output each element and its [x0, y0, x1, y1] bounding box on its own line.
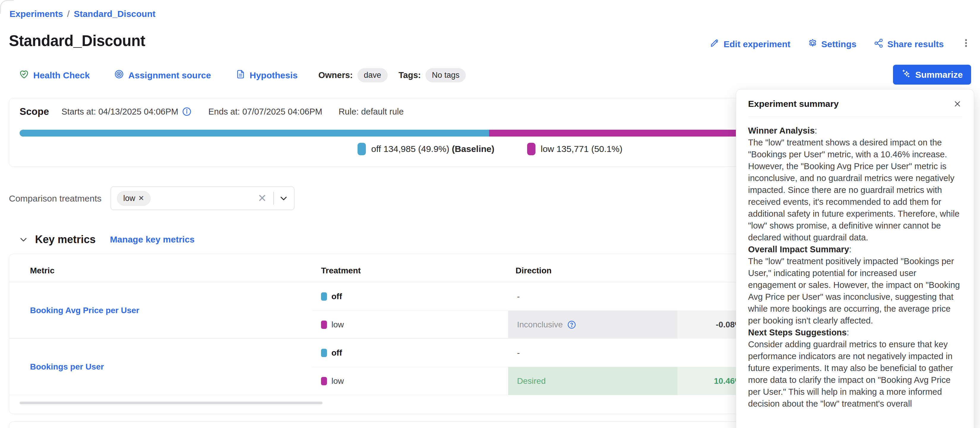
summary-section-text: Consider adding guardrail metrics to ens… [748, 338, 962, 410]
summary-section-text: The "low" treatment shows a desired impa… [748, 136, 962, 243]
direction-cell: Inconclusive [508, 311, 678, 339]
low-color-swatch [321, 320, 327, 329]
owner-chip[interactable]: dave [358, 68, 388, 82]
settings-label: Settings [821, 39, 856, 49]
allocation-segment-off [20, 130, 489, 136]
summary-panel-header: Experiment summary [736, 89, 974, 109]
legend-item-low: low 135,771 (50.1%) [527, 143, 622, 155]
off-color-swatch [321, 292, 327, 301]
key-metrics-header: Key metrics Manage key metrics [19, 233, 194, 246]
header-actions: Edit experiment Settings Share results [710, 38, 971, 50]
chip-remove-icon[interactable]: ✕ [138, 195, 144, 202]
col-header-direction: Direction [515, 266, 552, 276]
pencil-icon [710, 38, 719, 50]
owners-group: Owners: dave [318, 68, 388, 82]
summary-section-heading: Next Steps Suggestions [748, 328, 847, 337]
document-icon [235, 69, 246, 81]
experiment-page: Experiments / Standard_Discount Standard… [0, 0, 980, 428]
treatment-name: low [331, 376, 344, 386]
comparison-treatments-label: Comparison treatments [9, 193, 102, 204]
sparkles-icon [901, 69, 911, 81]
more-options-button[interactable] [961, 38, 971, 50]
share-results-label: Share results [887, 39, 944, 49]
owners-label: Owners: [318, 70, 353, 80]
summary-section-heading: Winner Analysis [748, 126, 815, 135]
scope-ends-at: Ends at: 07/07/2025 04:06PM [208, 107, 322, 117]
scope-title: Scope [20, 106, 49, 117]
close-icon[interactable] [953, 100, 962, 108]
treatment-cell: low [321, 367, 344, 395]
tab-assignment-source[interactable]: Assignment source [114, 69, 211, 81]
summary-section: Next Steps Suggestions: Consider adding … [748, 327, 962, 410]
treatment-name: off [331, 292, 342, 301]
collapse-chevron-icon[interactable] [19, 235, 28, 244]
heart-check-icon [19, 69, 29, 81]
bullseye-icon [114, 69, 124, 81]
experiment-summary-panel: Experiment summary Winner Analysis: The … [736, 89, 974, 428]
scope-rule: Rule: default rule [339, 107, 404, 117]
info-icon[interactable] [182, 106, 192, 117]
legend-off-label: off 134,985 (49.9%) (Baseline) [371, 144, 495, 154]
summary-panel-body: Winner Analysis: The "low" treatment sho… [736, 117, 974, 410]
low-color-swatch [321, 377, 327, 385]
treatment-name: off [331, 348, 342, 358]
tags-chip[interactable]: No tags [426, 68, 466, 82]
share-results-button[interactable]: Share results [874, 38, 944, 50]
summary-panel-title: Experiment summary [748, 99, 838, 109]
select-clear-icon[interactable]: ✕ [256, 193, 268, 204]
manage-key-metrics-link[interactable]: Manage key metrics [110, 235, 194, 244]
summary-section-text: The "low" treatment positively impacted … [748, 255, 962, 327]
edit-experiment-label: Edit experiment [724, 39, 790, 49]
tab-assignment-source-label: Assignment source [128, 70, 211, 81]
legend-low-label: low 135,771 (50.1%) [541, 144, 622, 154]
question-circle-icon[interactable] [567, 320, 576, 330]
treatment-name: low [331, 320, 344, 330]
col-header-treatment: Treatment [321, 266, 361, 276]
legend-item-off: off 134,985 (49.9%) (Baseline) [358, 143, 495, 155]
chevron-down-icon[interactable] [279, 194, 288, 203]
summarize-button[interactable]: Summarize [893, 65, 971, 85]
breadcrumb: Experiments / Standard_Discount [10, 9, 155, 19]
key-metrics-title: Key metrics [35, 233, 95, 246]
breadcrumb-experiments-link[interactable]: Experiments [10, 9, 63, 19]
off-color-swatch [321, 349, 327, 357]
tab-health-check-label: Health Check [33, 70, 90, 81]
page-title: Standard_Discount [9, 32, 145, 49]
summary-section-heading: Overall Impact Summary [748, 244, 849, 254]
kebab-icon [961, 38, 971, 50]
summary-section: Overall Impact Summary: The "low" treatm… [748, 243, 962, 327]
scope-starts-at: Starts at: 04/13/2025 04:06PM [62, 107, 178, 117]
gear-icon [808, 38, 818, 50]
direction-cell: - [508, 282, 678, 311]
scope-header: Scope Starts at: 04/13/2025 04:06PM Ends… [20, 106, 404, 117]
breadcrumb-current-link[interactable]: Standard_Discount [74, 9, 155, 19]
breadcrumb-separator: / [67, 9, 70, 19]
treatment-cell: low [321, 311, 344, 339]
comparison-treatments-select[interactable]: low ✕ ✕ [110, 186, 294, 210]
tab-health-check[interactable]: Health Check [19, 69, 90, 81]
treatment-cell: off [321, 339, 342, 367]
select-divider [273, 192, 274, 205]
experiment-tabs: Health Check Assignment source Hypothesi… [19, 69, 298, 81]
tab-hypothesis-label: Hypothesis [250, 70, 298, 81]
tab-hypothesis[interactable]: Hypothesis [235, 69, 298, 81]
direction-cell: - [508, 339, 678, 367]
treatment-chip-low[interactable]: low ✕ [117, 191, 151, 206]
col-header-metric: Metric [30, 266, 54, 276]
tags-label: Tags: [399, 70, 421, 80]
summary-section: Winner Analysis: The "low" treatment sho… [748, 125, 962, 243]
edit-experiment-button[interactable]: Edit experiment [710, 38, 790, 50]
summarize-label: Summarize [915, 70, 963, 80]
treatment-chip-label: low [123, 194, 135, 203]
settings-button[interactable]: Settings [808, 38, 856, 50]
share-icon [874, 38, 883, 50]
horizontal-scrollbar[interactable] [20, 402, 323, 404]
direction-cell: Desired [508, 367, 678, 395]
low-color-swatch [527, 143, 535, 155]
off-color-swatch [358, 143, 366, 155]
treatment-cell: off [321, 282, 342, 311]
tags-group: Tags: No tags [399, 68, 466, 82]
